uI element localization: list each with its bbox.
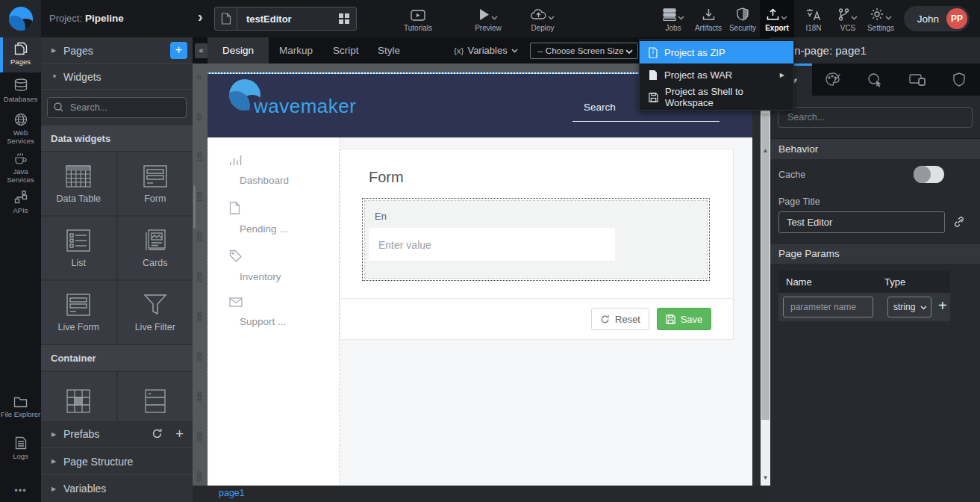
wavemaker-logo[interactable] [0,0,41,37]
scroll-up-icon[interactable]: ▲ [761,147,770,154]
rail-item-pages[interactable]: Pages [0,37,41,72]
widget-form[interactable]: Form [118,152,193,215]
play-icon [479,8,490,21]
properties-panel: Main-page: page1 Behavior Cache Page Tit… [770,37,980,502]
screen-size-select[interactable]: -- Choose Screen Size -- [530,43,638,59]
add-param-button[interactable]: + [938,297,947,314]
menu-item-project-as-war[interactable]: Project as WAR ▶ [640,63,793,86]
search-icon [54,102,63,112]
settings-button[interactable]: Settings [860,6,902,32]
grid-icon[interactable] [339,13,349,24]
canvas-bottom-bar: page1 [193,486,770,502]
nav-item-pending[interactable]: Pending ... [229,202,288,235]
tab-style[interactable]: Style [363,37,415,63]
variables-section[interactable]: ▶ Variables [41,474,193,502]
chevron-down-icon[interactable] [781,16,787,20]
variables-icon: {x} [454,46,464,55]
form-widget[interactable]: Form En Reset Save [340,149,734,340]
form-icon [143,164,168,188]
more-options-icon[interactable]: ••• [0,485,41,496]
add-page-button[interactable]: + [170,42,187,59]
cache-toggle[interactable] [914,166,944,183]
page-preview: wavemaker Search Dashboard Pending ... [207,72,752,486]
refresh-icon[interactable] [152,428,163,439]
nav-item-dashboard[interactable]: Dashboard [229,154,289,186]
chevron-down-icon[interactable] [491,16,498,20]
project-name: Pipeline [85,13,124,24]
widgets-panel: ▶ Pages + ▼ Widgets Data widgets Data Ta… [41,37,193,502]
behavior-section-header[interactable]: Behavior [770,138,980,159]
preview-button[interactable]: Preview [467,6,509,32]
tab-security[interactable] [938,63,980,96]
preview-left-nav: Dashboard Pending ... Inventory Support … [207,137,340,486]
form-fieldset[interactable]: En [362,198,710,281]
vertical-ruler: 050100150200250300350400450500 [193,63,207,486]
param-name-input[interactable] [783,297,873,317]
nav-item-support[interactable]: Support ... [229,297,286,327]
prefabs-section[interactable]: ▶ Prefabs + [41,420,193,447]
widget-data-table[interactable]: Data Table [41,152,116,215]
add-prefab-button[interactable]: + [175,426,184,442]
tab-design[interactable]: Design [207,37,269,63]
deploy-button[interactable]: Deploy [522,6,564,32]
bar-chart-icon [229,154,289,166]
variables-dropdown[interactable]: {x} Variables [454,37,518,63]
editor-tab[interactable]: testEditor [214,7,357,31]
caret-right-icon: ▶ [52,486,63,492]
panel-scrollbar-thumb[interactable] [193,185,196,229]
export-button-active-bg: Export [760,0,794,37]
widget-cards[interactable]: Cards [118,217,193,279]
tab-events[interactable] [854,63,896,96]
preview-search-label[interactable]: Search [584,102,616,113]
page-params-section-header[interactable]: Page Params [770,243,980,264]
export-button[interactable]: Export [756,6,798,32]
save-button[interactable]: Save [657,308,711,330]
panel-tabs [770,63,980,96]
widget-live-filter[interactable]: Live Filter [118,281,193,344]
rail-item-file-explorer[interactable]: File Explorer [0,394,41,432]
rail-item-apis[interactable]: APIs [0,189,41,220]
caret-right-icon: ▶ [52,458,63,465]
form-title: Form [369,169,404,186]
rail-item-web-services[interactable]: Web Services [0,111,41,149]
scroll-down-icon[interactable]: ▼ [761,474,770,481]
scrollbar-thumb[interactable] [761,114,770,420]
menu-item-project-as-shell[interactable]: Project as Shell to Workspace [640,86,793,108]
property-search-input[interactable] [778,107,973,128]
pages-section-header[interactable]: ▶ Pages + [41,37,193,64]
page-params-table: Name Type string + [778,270,950,321]
chevron-down-icon [511,49,518,53]
refresh-icon [600,314,610,324]
menu-item-project-as-zip[interactable]: Project as ZIP [640,41,793,63]
caret-right-icon: ▶ [52,47,63,54]
bind-link-icon[interactable] [953,216,965,228]
topbar: Project:Pipeline › testEditor Tutorials … [0,0,980,37]
coffee-icon [0,152,41,165]
chevron-down-icon[interactable] [548,16,555,20]
widget-list[interactable]: List [41,217,116,279]
tab-devices[interactable] [896,63,938,96]
rail-item-java-services[interactable]: Java Services [0,150,41,188]
reset-button[interactable]: Reset [591,308,649,330]
page-structure-section[interactable]: ▶ Page Structure [41,447,193,474]
tutorials-button[interactable]: Tutorials [397,6,439,32]
param-type-select[interactable]: string [887,297,931,317]
rail-item-databases[interactable]: Databases [0,77,41,108]
widget-search-input[interactable] [47,97,187,118]
page-title-input[interactable] [778,211,945,233]
data-widgets-grid: Data Table Form List Cards Live Form Liv… [41,151,193,345]
tab-styles[interactable] [812,63,854,96]
rail-item-logs[interactable]: Logs [0,435,41,466]
chevron-down-icon[interactable] [885,16,892,20]
form-text-input[interactable] [369,228,615,262]
server-icon [663,8,676,21]
widgets-section-header[interactable]: ▼ Widgets [41,64,193,90]
widget-live-form[interactable]: Live Form [41,281,116,344]
canvas-scrollbar[interactable]: ▲ ▼ [761,72,770,486]
collapse-panel-button[interactable]: « [195,43,207,58]
nav-item-inventory[interactable]: Inventory [229,250,281,282]
chevron-down-icon[interactable] [851,16,858,20]
page-tab-page1[interactable]: page1 [219,488,245,498]
chevron-down-icon[interactable] [678,16,684,20]
user-menu[interactable]: John PP [904,6,970,31]
